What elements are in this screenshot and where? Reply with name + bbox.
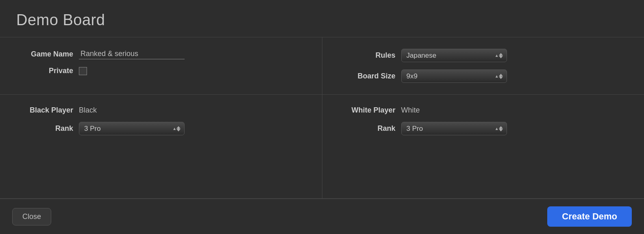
board-size-select-wrapper: 9x9 13x13 19x19 xyxy=(401,69,507,83)
black-rank-select-wrapper: 1 Pro 2 Pro 3 Pro 4 Pro 5 Pro 9 Dan xyxy=(79,122,185,135)
black-rank-row: Rank 1 Pro 2 Pro 3 Pro 4 Pro 5 Pro 9 Dan xyxy=(16,122,306,135)
white-rank-select[interactable]: 1 Pro 2 Pro 3 Pro 4 Pro 5 Pro 9 Dan xyxy=(401,122,507,135)
private-row: Private xyxy=(16,67,306,75)
bottom-right-panel: White Player White Rank 1 Pro 2 Pro 3 Pr… xyxy=(322,95,644,198)
game-name-label: Game Name xyxy=(16,50,73,58)
white-player-value: White xyxy=(401,106,420,115)
top-left-panel: Game Name Private xyxy=(0,37,322,94)
bottom-left-panel: Black Player Black Rank 1 Pro 2 Pro 3 Pr… xyxy=(0,95,322,198)
dialog-title: Demo Board xyxy=(0,0,644,37)
rules-select-wrapper: Japanese Chinese Korean AGA xyxy=(401,49,507,62)
create-demo-button[interactable]: Create Demo xyxy=(547,206,632,227)
rules-label: Rules xyxy=(339,51,396,60)
bottom-panels: Black Player Black Rank 1 Pro 2 Pro 3 Pr… xyxy=(0,95,644,198)
white-rank-row: Rank 1 Pro 2 Pro 3 Pro 4 Pro 5 Pro 9 Dan xyxy=(339,122,628,135)
white-rank-select-wrapper: 1 Pro 2 Pro 3 Pro 4 Pro 5 Pro 9 Dan xyxy=(401,122,507,135)
white-rank-label: Rank xyxy=(339,124,396,133)
rules-select[interactable]: Japanese Chinese Korean AGA xyxy=(401,49,507,62)
game-name-input[interactable] xyxy=(79,49,185,59)
board-size-select[interactable]: 9x9 13x13 19x19 xyxy=(401,69,507,83)
footer: Close Create Demo xyxy=(0,199,644,234)
white-player-row: White Player White xyxy=(339,106,628,115)
black-player-value: Black xyxy=(79,106,97,115)
black-player-row: Black Player Black xyxy=(16,106,306,115)
black-rank-select[interactable]: 1 Pro 2 Pro 3 Pro 4 Pro 5 Pro 9 Dan xyxy=(79,122,185,135)
rules-row: Rules Japanese Chinese Korean AGA xyxy=(339,49,628,62)
dialog: Demo Board Game Name Private Rules Japan… xyxy=(0,0,644,234)
close-button[interactable]: Close xyxy=(12,208,51,225)
game-name-row: Game Name xyxy=(16,49,306,59)
private-label: Private xyxy=(16,67,73,75)
private-checkbox[interactable] xyxy=(79,67,87,75)
top-right-panel: Rules Japanese Chinese Korean AGA Board … xyxy=(322,37,644,94)
white-player-label: White Player xyxy=(339,106,396,115)
board-size-label: Board Size xyxy=(339,72,396,80)
top-panels: Game Name Private Rules Japanese Chinese… xyxy=(0,37,644,95)
black-player-label: Black Player xyxy=(16,106,73,115)
black-rank-label: Rank xyxy=(16,124,73,133)
board-size-row: Board Size 9x9 13x13 19x19 xyxy=(339,69,628,83)
